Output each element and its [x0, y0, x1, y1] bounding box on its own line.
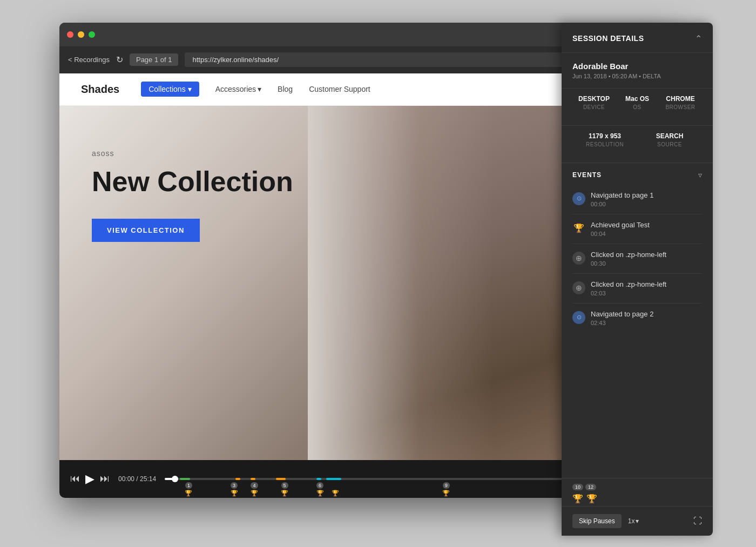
event-nav-icon-2: ⊙ [572, 311, 585, 324]
marker-6b: 6 🏆 [332, 482, 339, 497]
page-indicator: Page 1 of 1 [130, 53, 179, 66]
marker-4: 4 🏆 [251, 482, 258, 497]
marker-9: 9 🏆 [442, 482, 450, 497]
marker-4-trophy: 🏆 [251, 490, 258, 497]
customer-support-nav-link[interactable]: Customer Support [309, 85, 370, 93]
os-value: Mac OS [616, 95, 659, 103]
marker-1-num: 1 [185, 482, 192, 489]
fullscreen-button[interactable]: ⛶ [693, 516, 702, 526]
skip-pauses-button[interactable]: Skip Pauses [572, 514, 622, 528]
site-logo: Shades [81, 83, 119, 96]
footer-marker-10: 10 [572, 484, 583, 490]
footer-trophies-row: 10 12 [562, 478, 713, 494]
time-display: 00:00 / 25:14 [118, 475, 156, 483]
timeline-segment-green [180, 478, 190, 480]
panel-header: SESSION DETAILS ⌃ [562, 23, 713, 53]
footer-trophy-icons: 🏆 🏆 [562, 494, 713, 506]
timeline-segment-orange1 [235, 478, 240, 480]
marker-6-trophy-1: 🏆 [316, 490, 324, 497]
event-content-nav2: Navigated to page 2 02:43 [591, 310, 653, 326]
back-button[interactable]: < Recordings [68, 56, 110, 64]
marker-3-num: 3 [231, 482, 238, 489]
session-name: Adorable Boar [572, 62, 702, 71]
timeline-segment-cyan2 [326, 478, 341, 480]
footer-marker-12: 12 [585, 484, 596, 490]
panel-footer: Skip Pauses 1x ▾ ⛶ [562, 506, 713, 536]
marker-5: 5 🏆 [281, 482, 288, 497]
timeline-segment-orange3 [276, 478, 286, 480]
view-collection-button[interactable]: VIEW COLLECTION [92, 219, 200, 242]
panel-collapse-button[interactable]: ⌃ [695, 33, 702, 44]
browser-value: CHROME [659, 95, 702, 103]
marker-3: 3 🏆 [231, 482, 238, 497]
marker-6-num: 6 [316, 482, 323, 489]
refresh-button[interactable]: ↻ [116, 55, 123, 65]
prev-button[interactable]: ⏮ [70, 473, 80, 484]
next-button[interactable]: ⏭ [100, 473, 110, 484]
marker-9-num: 9 [443, 482, 450, 489]
hero-content: asoss New Collection VIEW COLLECTION [59, 106, 680, 285]
device-value: DESKTOP [572, 95, 616, 103]
event-item-nav2[interactable]: ⊙ Navigated to page 2 02:43 [572, 303, 702, 332]
marker-1: 1 🏆 [185, 482, 192, 497]
minimize-dot[interactable] [78, 31, 84, 38]
filter-icon[interactable]: ▿ [698, 171, 702, 179]
blog-nav-link[interactable]: Blog [278, 85, 293, 93]
marker-4-num: 4 [251, 482, 258, 489]
event-time-nav2: 02:43 [591, 320, 653, 326]
marker-5-trophy: 🏆 [281, 490, 288, 497]
marker-5-num: 5 [281, 482, 288, 489]
timeline-segment-cyan [316, 478, 321, 480]
panel-title: SESSION DETAILS [572, 34, 644, 43]
event-time-click2: 02:03 [591, 290, 666, 296]
play-button[interactable]: ▶ [85, 472, 94, 486]
timeline-segment-orange2 [251, 478, 255, 480]
accessories-nav-link[interactable]: Accessories ▾ [215, 85, 261, 93]
collections-dropdown-icon: ▾ [188, 85, 192, 93]
marker-1-trophy: 🏆 [185, 490, 192, 497]
speed-dropdown-icon: ▾ [636, 517, 639, 525]
marker-3-trophy: 🏆 [231, 490, 238, 497]
close-dot[interactable] [67, 31, 73, 38]
accessories-dropdown-icon: ▾ [258, 85, 261, 93]
session-info: Adorable Boar Jun 13, 2018 • 05:20 AM • … [562, 53, 713, 89]
marker-6: 6 🏆 [316, 482, 324, 497]
marker-6-trophy-2: 🏆 [332, 490, 339, 497]
maximize-dot[interactable] [89, 31, 95, 38]
timeline-thumb[interactable] [172, 476, 178, 482]
hero-title: New Collection [92, 166, 648, 197]
hero-subtitle: asoss [92, 149, 648, 158]
session-meta: Jun 13, 2018 • 05:20 AM • DELTA [572, 73, 702, 79]
speed-selector[interactable]: 1x ▾ [628, 517, 639, 525]
footer-trophy-2: 🏆 [586, 494, 597, 504]
collections-nav-button[interactable]: Collections ▾ [141, 82, 199, 97]
player-controls: ⏮ ▶ ⏭ [70, 472, 110, 486]
marker-9-trophy: 🏆 [442, 490, 450, 497]
footer-trophy-1: 🏆 [572, 494, 583, 504]
event-name-nav2: Navigated to page 2 [591, 310, 653, 318]
